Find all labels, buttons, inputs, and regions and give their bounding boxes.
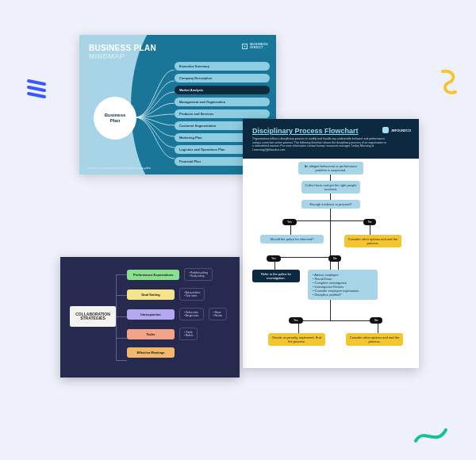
mindmap-node: Products and Services <box>175 109 270 118</box>
flow-label-yes: Yes <box>289 317 303 324</box>
brand-text: JBFOUNDCO <box>391 128 411 132</box>
mindmap-connector-lines <box>130 70 178 165</box>
flowchart-subtitle: Organizations follow a disciplinary proc… <box>252 137 387 152</box>
mindmap-logo-text: BUSINESS DIRECT <box>250 43 268 49</box>
mindmap-logo: + BUSINESS DIRECT <box>242 43 268 49</box>
flow-line <box>298 320 378 321</box>
flow-box: Consider other options and end the proce… <box>346 333 403 346</box>
flow-label-yes: Yes <box>267 255 281 262</box>
brand-icon <box>382 127 389 133</box>
mindmap-title: BUSINESS PLAN MINDMAP <box>89 44 156 60</box>
mindmap-title-line1: BUSINESS PLAN <box>89 44 156 53</box>
collab-branch-label: Goal Setting <box>127 289 175 300</box>
mindmap-title-line2: MINDMAP <box>89 53 156 60</box>
collab-branch-label: Performance Expectations <box>127 270 179 280</box>
collab-branch: Goal Setting • Ask questions • Take note… <box>127 288 227 301</box>
collab-line <box>116 274 117 360</box>
collab-line <box>116 274 127 275</box>
template-collaboration-strategies[interactable]: COLLABORATION STRATEGIES Performance Exp… <box>60 257 240 378</box>
collab-sub: • Clarify • Reflect <box>179 328 198 340</box>
collab-root-node: COLLABORATION STRATEGIES <box>70 306 116 327</box>
collab-branch: Performance Expectations • Problem-solvi… <box>127 268 227 281</box>
flow-line <box>290 220 370 221</box>
template-disciplinary-flowchart[interactable]: Disciplinary Process Flowchart Organizat… <box>243 119 419 368</box>
collab-sub: • Problem-solving • Study asking <box>184 268 212 281</box>
mindmap-center-node: Business Plan <box>94 97 136 140</box>
collab-branch: Effective Meetings <box>127 347 227 358</box>
collab-sub: • Share • Review <box>209 308 228 320</box>
collab-line <box>116 338 127 339</box>
plus-icon: + <box>242 44 248 49</box>
collab-branch: Tasks • Clarify • Reflect <box>127 328 227 340</box>
flow-label-no: No <box>363 219 376 225</box>
flowchart-brand: JBFOUNDCO <box>382 127 411 133</box>
collab-branches: Performance Expectations • Problem-solvi… <box>127 268 227 358</box>
flow-box: Collect facts and get the right people i… <box>301 181 360 194</box>
collab-branch-label: Tasks <box>127 329 175 339</box>
collab-line <box>116 316 127 317</box>
flow-box: Should the police be informed? <box>260 235 324 243</box>
flow-label-no: No <box>370 317 382 324</box>
mindmap-node-active: Market Analysis <box>175 86 270 94</box>
mindmap-source-footer: Source: www.shopify.com/blog/business-pl… <box>87 166 151 170</box>
flow-box: Refer to the police for investigation. <box>252 270 300 282</box>
mindmap-node: Management and Organization <box>175 98 270 106</box>
collab-sub: • Define roles • Assign tasks <box>179 308 204 320</box>
collab-branch: Introspection • Define roles • Assign ta… <box>127 308 227 320</box>
mindmap-node: Company Description <box>175 74 270 82</box>
flow-label-no: No <box>328 255 341 262</box>
mindmap-node: Executive Summary <box>175 62 270 71</box>
collab-branch-label: Effective Meetings <box>127 347 175 358</box>
collab-branch-label: Introspection <box>127 309 175 320</box>
flow-box-list: • Advise employee• Stand-Down• Complete … <box>308 270 378 300</box>
flowchart-body: An alleged behavioral or performance pro… <box>243 159 419 368</box>
flow-box: Decide on penalty, implement. End the pr… <box>268 333 325 346</box>
decoration-squiggle-teal <box>413 424 449 447</box>
collab-line <box>116 360 127 361</box>
decoration-squiggle-blue <box>25 76 51 102</box>
flow-box: An alleged behavioral or performance pro… <box>298 162 363 174</box>
collab-line <box>116 295 127 296</box>
collab-sub: • Ask questions • Take notes <box>179 288 205 301</box>
flow-label-yes: Yes <box>282 219 297 225</box>
flow-box: Consider other options and end the proce… <box>344 235 401 247</box>
flow-box: Enough evidence to proceed? <box>301 200 360 209</box>
flowchart-header: Disciplinary Process Flowchart Organizat… <box>243 119 419 159</box>
decoration-squiggle-yellow <box>435 68 462 100</box>
